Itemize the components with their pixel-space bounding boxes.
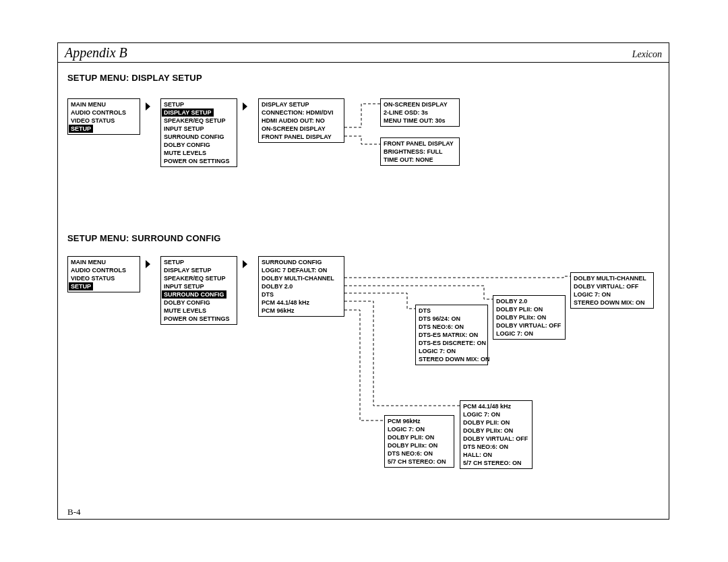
menu-row: HALL: ON (463, 451, 529, 459)
menu-row: MAIN MENU (71, 258, 137, 266)
menu-row: MAIN MENU (71, 100, 137, 108)
menu-row: DOLBY 2.0 (496, 297, 562, 305)
menu-row: LOGIC 7: ON (496, 330, 562, 338)
menu-row: DTS-ES DISCRETE: ON (419, 339, 485, 347)
menu-row-selected: DISPLAY SETUP (162, 108, 214, 117)
menu-row: DOLBY 2.0 (262, 282, 341, 290)
menu-row: DOLBY PLIIx: ON (388, 441, 451, 449)
sec2-dolby20: DOLBY 2.0 DOLBY PLII: ON DOLBY PLIIx: ON… (493, 295, 566, 340)
sec1-setup: SETUP DISPLAY SETUP SPEAKER/EQ SETUP INP… (160, 98, 237, 167)
menu-row: LOGIC 7: ON (574, 290, 650, 299)
page-header: Appendix B Lexicon (58, 43, 669, 63)
menu-row: DTS 96/24: ON (419, 315, 485, 323)
menu-row: MUTE LEVELS (164, 307, 234, 315)
menu-row: INPUT SETUP (164, 282, 234, 290)
menu-row: SURROUND CONFIG (262, 258, 341, 266)
menu-row: DTS-ES MATRIX: ON (419, 331, 485, 339)
menu-row: LOGIC 7: ON (388, 425, 451, 433)
menu-row: 5/7 CH STEREO: ON (388, 458, 451, 466)
menu-row: LOGIC 7: ON (463, 410, 529, 418)
arrow-icon (243, 102, 247, 111)
menu-row: ON-SCREEN DISPLAY (384, 100, 456, 108)
sec1-display: DISPLAY SETUP CONNECTION: HDMI/DVI HDMI … (258, 98, 344, 143)
menu-row-selected: SETUP (69, 282, 93, 290)
menu-row: 5/7 CH STEREO: ON (463, 459, 529, 467)
header-right: Lexicon (632, 45, 662, 60)
menu-row: SPEAKER/EQ SETUP (164, 117, 234, 125)
menu-row: SETUP (164, 258, 234, 266)
sec2-mainmenu: MAIN MENU AUDIO CONTROLS VIDEO STATUS SE… (67, 256, 140, 292)
menu-row: DOLBY VIRTUAL: OFF (574, 282, 650, 290)
menu-row: DOLBY CONFIG (164, 299, 234, 307)
sec2-surround-config: SURROUND CONFIG LOGIC 7 DEFAULT: ON DOLB… (258, 256, 344, 317)
menu-row: HDMI AUDIO OUT: NO (262, 117, 341, 125)
menu-row: DTS NEO:6: ON (419, 323, 485, 331)
menu-row: DOLBY VIRTUAL: OFF (463, 435, 529, 443)
menu-row: MUTE LEVELS (164, 149, 234, 157)
menu-row: DOLBY MULTI-CHANNEL (574, 274, 650, 282)
sec2-setup: SETUP DISPLAY SETUP SPEAKER/EQ SETUP INP… (160, 256, 237, 325)
menu-row: ON-SCREEN DISPLAY (262, 125, 341, 133)
page-number: B-4 (67, 507, 81, 518)
menu-row: DISPLAY SETUP (164, 266, 234, 274)
menu-row: SURROUND CONFIG (164, 133, 234, 141)
menu-row: DOLBY PLII: ON (388, 433, 451, 441)
arrow-icon (243, 260, 247, 268)
menu-row: DISPLAY SETUP (262, 100, 341, 108)
menu-row: STEREO DOWN MIX: ON (574, 299, 650, 307)
sec1-mainmenu: MAIN MENU AUDIO CONTROLS VIDEO STATUS SE… (67, 98, 140, 135)
arrow-icon (146, 260, 150, 268)
sec1-osd: ON-SCREEN DISPLAY 2-LINE OSD: 3s MENU TI… (380, 98, 460, 127)
menu-row: VIDEO STATUS (71, 274, 137, 282)
menu-row: LOGIC 7: ON (419, 347, 485, 355)
arrow-icon (146, 102, 150, 111)
menu-row: STEREO DOWN MIX: ON (419, 355, 485, 363)
menu-row: 2-LINE OSD: 3s (384, 108, 456, 117)
menu-row: AUDIO CONTROLS (71, 266, 137, 274)
menu-row: INPUT SETUP (164, 125, 234, 133)
menu-row: PCM 96kHz (262, 307, 341, 315)
section2-title: SETUP MENU: SURROUND CONFIG (67, 233, 221, 243)
sec2-pcm96: PCM 96kHz LOGIC 7: ON DOLBY PLII: ON DOL… (384, 415, 454, 468)
menu-row: FRONT PANEL DISPLAY (384, 139, 456, 148)
menu-row: DTS (262, 290, 341, 299)
menu-row: DOLBY VIRTUAL: OFF (496, 321, 562, 330)
menu-row: PCM 96kHz (388, 417, 451, 425)
menu-row: LOGIC 7 DEFAULT: ON (262, 266, 341, 274)
page-frame: Appendix B Lexicon SETUP MENU: DISPLAY S… (57, 42, 669, 520)
menu-row: PCM 44.1/48 kHz (262, 299, 341, 307)
menu-row: VIDEO STATUS (71, 117, 137, 125)
sec2-pcm44: PCM 44.1/48 kHz LOGIC 7: ON DOLBY PLII: … (460, 400, 533, 469)
menu-row: SPEAKER/EQ SETUP (164, 274, 234, 282)
menu-row: DOLBY PLIIx: ON (496, 313, 562, 321)
menu-row-selected: SURROUND CONFIG (162, 290, 226, 299)
menu-row: DOLBY PLII: ON (463, 418, 529, 427)
menu-row: BRIGHTNESS: FULL (384, 148, 456, 156)
menu-row: TIME OUT: NONE (384, 156, 456, 164)
menu-row: DTS NEO:6: ON (388, 449, 451, 458)
menu-row: SETUP (164, 100, 234, 108)
menu-row: POWER ON SETTINGS (164, 157, 234, 165)
menu-row: DTS (419, 307, 485, 315)
menu-row: AUDIO CONTROLS (71, 108, 137, 117)
menu-row: DOLBY CONFIG (164, 141, 234, 149)
sec1-fpd: FRONT PANEL DISPLAY BRIGHTNESS: FULL TIM… (380, 137, 460, 166)
menu-row: POWER ON SETTINGS (164, 315, 234, 323)
section1-title: SETUP MENU: DISPLAY SETUP (67, 73, 202, 83)
header-left: Appendix B (65, 43, 127, 61)
menu-row: DTS NEO:6: ON (463, 443, 529, 451)
menu-row: DOLBY MULTI-CHANNEL (262, 274, 341, 282)
menu-row: MENU TIME OUT: 30s (384, 117, 456, 125)
menu-row: DOLBY PLIIx: ON (463, 427, 529, 435)
menu-row-selected: SETUP (69, 125, 93, 133)
sec2-dolby-mc: DOLBY MULTI-CHANNEL DOLBY VIRTUAL: OFF L… (570, 272, 654, 309)
menu-row: FRONT PANEL DISPLAY (262, 133, 341, 141)
menu-row: PCM 44.1/48 kHz (463, 402, 529, 410)
menu-row: CONNECTION: HDMI/DVI (262, 108, 341, 117)
sec2-dts: DTS DTS 96/24: ON DTS NEO:6: ON DTS-ES M… (415, 305, 488, 365)
menu-row: DOLBY PLII: ON (496, 305, 562, 313)
